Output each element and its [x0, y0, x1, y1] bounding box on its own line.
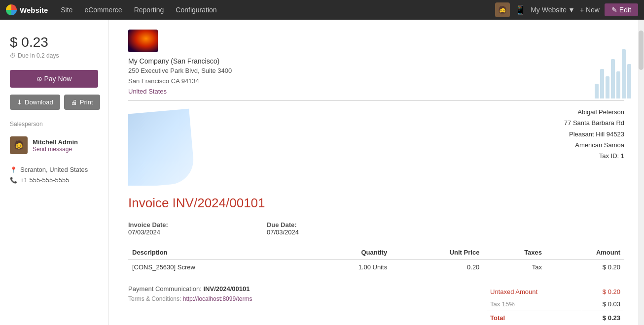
- download-label: Download: [25, 98, 53, 106]
- divider: [128, 100, 624, 101]
- chart-bar-2: [600, 69, 604, 98]
- invoice-date-label: Invoice Date:: [128, 221, 168, 228]
- phone-icon: 📞: [10, 177, 17, 184]
- payment-comm-section: Payment Communication: INV/2024/00101 Te…: [128, 285, 252, 302]
- header-area: Abigail Peterson 77 Santa Barbara Rd Ple…: [128, 107, 624, 186]
- total-label: Total: [487, 311, 581, 324]
- chart-decoration-top: [595, 20, 634, 98]
- brand-logo[interactable]: Website: [6, 4, 48, 15]
- item-amount-0: $ 0.20: [546, 260, 624, 275]
- terms-url[interactable]: http://localhost:8099/terms: [183, 295, 252, 302]
- download-button[interactable]: ⬇ Download: [10, 95, 60, 110]
- item-quantity-0: 1.00 Units: [301, 260, 391, 275]
- table-row: [CONS_25630] Screw 1.00 Units 0.20 Tax $…: [128, 260, 624, 275]
- chart-bar-1: [595, 84, 599, 98]
- main-content: My Company (San Francisco) 250 Executive…: [108, 20, 644, 325]
- invoice-date-group: Invoice Date: 07/03/2024: [128, 221, 168, 236]
- due-date-label: Due Date:: [267, 221, 297, 228]
- nav-configuration[interactable]: Configuration: [171, 4, 221, 16]
- chart-bar-7: [627, 64, 631, 98]
- top-right-actions: 🧔 📱 My Website ▼ + New ✎ Edit: [495, 2, 638, 17]
- location-text: Scranton, United States: [20, 166, 88, 173]
- item-description-0: [CONS_25630] Screw: [128, 260, 301, 275]
- total-amount: $ 0.23: [582, 311, 623, 324]
- salesperson-info: Mitchell Admin Send message: [33, 138, 78, 153]
- customer-name: Abigail Peterson: [564, 107, 624, 118]
- top-navigation: Website Site eCommerce Reporting Configu…: [0, 0, 644, 20]
- invoice-date-value: 07/03/2024: [128, 228, 168, 236]
- invoice-amount: $ 0.23 ⏱ Due in 0.2 days: [10, 34, 98, 59]
- salesperson-name: Mitchell Admin: [33, 138, 78, 146]
- untaxed-amount: $ 0.20: [582, 286, 623, 297]
- clock-icon: ⏱: [10, 52, 16, 59]
- print-button[interactable]: 🖨 Print: [64, 95, 100, 110]
- col-amount: Amount: [546, 246, 624, 260]
- customer-info: Abigail Peterson 77 Santa Barbara Rd Ple…: [564, 107, 624, 161]
- new-button[interactable]: + New: [580, 6, 600, 14]
- my-website-label: My Website: [531, 6, 567, 14]
- invoice-table: Description Quantity Unit Price Taxes Am…: [128, 246, 624, 275]
- chart-bar-4: [611, 59, 615, 98]
- company-address: 250 Executive Park Blvd, Suite 3400 San …: [128, 66, 624, 97]
- tax-row: Tax 15% $ 0.03: [487, 298, 623, 310]
- contact-phone: 📞 +1 555-555-5555: [10, 176, 98, 184]
- item-unit-price-0: 0.20: [391, 260, 483, 275]
- untaxed-row: Untaxed Amount $ 0.20: [487, 286, 623, 297]
- chart-bar-6: [622, 49, 626, 98]
- salesperson-label: Salesperson: [10, 121, 98, 128]
- nav-menu: Site eCommerce Reporting Configuration: [56, 4, 487, 16]
- avatar[interactable]: 🧔: [495, 2, 510, 17]
- invoice-items-body: [CONS_25630] Screw 1.00 Units 0.20 Tax $…: [128, 260, 624, 275]
- scrollbar-thumb[interactable]: [639, 31, 644, 70]
- my-website-dropdown[interactable]: My Website ▼: [531, 6, 575, 14]
- chart-bar-3: [606, 76, 609, 98]
- salesperson-avatar: 🧔: [10, 136, 28, 154]
- company-name: My Company (San Francisco): [128, 57, 624, 65]
- terms-label: Terms & Conditions:: [128, 295, 181, 302]
- pay-now-button[interactable]: ⊕ Pay Now: [10, 70, 98, 88]
- col-taxes: Taxes: [483, 246, 546, 260]
- col-unit-price: Unit Price: [391, 246, 483, 260]
- nav-ecommerce[interactable]: eCommerce: [79, 4, 127, 16]
- edit-button[interactable]: ✎ Edit: [605, 3, 638, 16]
- page-layout: $ 0.23 ⏱ Due in 0.2 days ⊕ Pay Now ⬇ Dow…: [0, 20, 644, 325]
- blue-shape-inner: [128, 109, 195, 186]
- scrollbar-track[interactable]: [638, 20, 644, 325]
- payment-comm-label: Payment Communication:: [128, 285, 202, 292]
- totals-table: Untaxed Amount $ 0.20 Tax 15% $ 0.03 Tot…: [486, 285, 624, 325]
- payment-comm: Payment Communication: INV/2024/00101: [128, 285, 252, 292]
- action-buttons-row: ⬇ Download 🖨 Print: [10, 95, 98, 110]
- powered-by: Powered by odoo: [10, 318, 98, 325]
- terms: Terms & Conditions: http://localhost:809…: [128, 295, 252, 302]
- due-info-text: Due in 0.2 days: [18, 52, 59, 59]
- customer-address1: 77 Santa Barbara Rd: [564, 118, 624, 129]
- untaxed-label: Untaxed Amount: [487, 286, 581, 297]
- sidebar: $ 0.23 ⏱ Due in 0.2 days ⊕ Pay Now ⬇ Dow…: [0, 20, 108, 325]
- customer-address2: Pleasant Hill 94523: [564, 129, 624, 140]
- mobile-icon[interactable]: 📱: [515, 4, 526, 15]
- due-date-value: 07/03/2024: [267, 228, 299, 236]
- totals-section: Payment Communication: INV/2024/00101 Te…: [128, 285, 624, 325]
- payment-comm-value: INV/2024/00101: [203, 285, 250, 292]
- item-taxes-0: Tax: [483, 260, 546, 275]
- phone-text: +1 555-555-5555: [20, 176, 69, 184]
- total-row: Total $ 0.23: [487, 311, 623, 324]
- contact-location: 📍 Scranton, United States: [10, 166, 98, 173]
- due-info: ⏱ Due in 0.2 days: [10, 52, 98, 59]
- col-description: Description: [128, 246, 301, 260]
- print-icon: 🖨: [71, 98, 77, 106]
- company-address1: 250 Executive Park Blvd, Suite 3400: [128, 66, 624, 76]
- odoo-logo-icon: [6, 4, 17, 15]
- logo-image: [128, 30, 158, 52]
- download-icon: ⬇: [17, 98, 22, 106]
- nav-site[interactable]: Site: [56, 4, 77, 16]
- company-country: United States: [128, 87, 624, 97]
- nav-reporting[interactable]: Reporting: [129, 4, 169, 16]
- amount-label: $ 0.23: [10, 34, 98, 50]
- brand-name: Website: [20, 6, 48, 14]
- invoice-title: Invoice INV/2024/00101: [128, 195, 624, 211]
- send-message-link[interactable]: Send message: [33, 146, 78, 153]
- col-quantity: Quantity: [301, 246, 391, 260]
- tax-amount: $ 0.03: [582, 298, 623, 310]
- company-logo: [128, 30, 158, 52]
